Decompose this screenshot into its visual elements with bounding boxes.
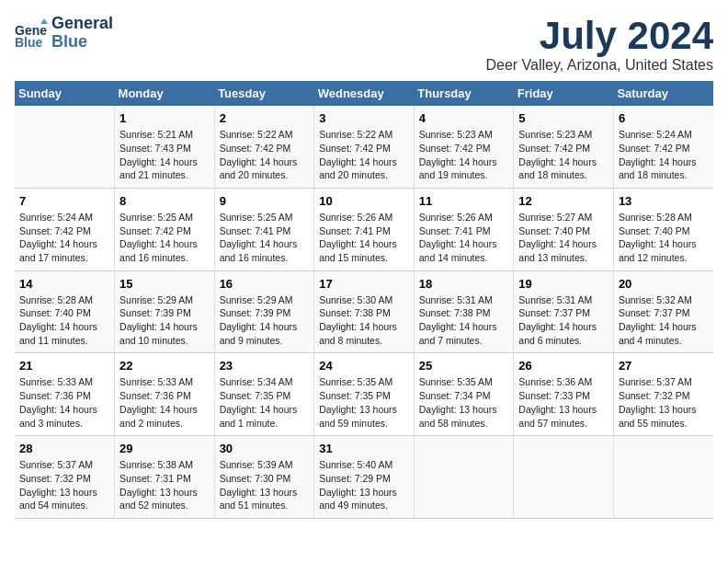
logo-text: General Blue: [51, 15, 113, 52]
cell-info: Sunrise: 5:26 AMSunset: 7:41 PMDaylight:…: [319, 212, 397, 263]
day-num: 27: [619, 359, 709, 373]
title-section: July 2024 Deer Valley, Arizona, United S…: [485, 15, 713, 74]
week-row-3: 21Sunrise: 5:33 AMSunset: 7:36 PMDayligh…: [15, 353, 713, 436]
day-num: 13: [619, 194, 709, 208]
day-num: 10: [319, 194, 409, 208]
cell-1-5: 12Sunrise: 5:27 AMSunset: 7:40 PMDayligh…: [514, 188, 614, 270]
cell-info: Sunrise: 5:24 AMSunset: 7:42 PMDaylight:…: [19, 212, 97, 263]
header-wednesday: Wednesday: [314, 81, 415, 106]
week-row-1: 7Sunrise: 5:24 AMSunset: 7:42 PMDaylight…: [15, 188, 713, 270]
cell-4-6: [613, 436, 713, 519]
cell-0-3: 3Sunrise: 5:22 AMSunset: 7:42 PMDaylight…: [314, 106, 415, 188]
day-num: 18: [419, 277, 509, 291]
day-num: 14: [19, 277, 109, 291]
month-title: July 2024: [485, 15, 713, 57]
day-num: 6: [619, 111, 709, 125]
cell-2-0: 14Sunrise: 5:28 AMSunset: 7:40 PMDayligh…: [15, 270, 115, 353]
cell-info: Sunrise: 5:25 AMSunset: 7:41 PMDaylight:…: [220, 212, 298, 263]
cell-0-5: 5Sunrise: 5:23 AMSunset: 7:42 PMDaylight…: [514, 106, 614, 188]
cell-info: Sunrise: 5:35 AMSunset: 7:34 PMDaylight:…: [419, 376, 497, 428]
week-row-4: 28Sunrise: 5:37 AMSunset: 7:32 PMDayligh…: [15, 436, 713, 519]
cell-4-3: 31Sunrise: 5:40 AMSunset: 7:29 PMDayligh…: [314, 436, 415, 519]
cell-1-4: 11Sunrise: 5:26 AMSunset: 7:41 PMDayligh…: [414, 188, 514, 270]
day-num: 17: [319, 277, 409, 291]
cell-2-1: 15Sunrise: 5:29 AMSunset: 7:39 PMDayligh…: [115, 270, 215, 353]
cell-info: Sunrise: 5:29 AMSunset: 7:39 PMDaylight:…: [119, 294, 198, 346]
cell-info: Sunrise: 5:25 AMSunset: 7:42 PMDaylight:…: [119, 212, 198, 263]
cell-info: Sunrise: 5:28 AMSunset: 7:40 PMDaylight:…: [19, 294, 97, 346]
cell-info: Sunrise: 5:37 AMSunset: 7:32 PMDaylight:…: [619, 376, 697, 428]
header-row: Sunday Monday Tuesday Wednesday Thursday…: [15, 81, 713, 106]
day-num: 11: [419, 194, 509, 208]
day-num: 4: [419, 111, 509, 125]
day-num: 20: [619, 277, 709, 291]
svg-text:Blue: Blue: [15, 35, 43, 50]
cell-2-6: 20Sunrise: 5:32 AMSunset: 7:37 PMDayligh…: [613, 270, 713, 353]
day-num: 3: [319, 111, 409, 125]
day-num: 30: [220, 442, 310, 455]
cell-3-5: 26Sunrise: 5:36 AMSunset: 7:33 PMDayligh…: [514, 353, 614, 436]
header: General Blue General Blue July 2024 Deer…: [15, 15, 713, 74]
cell-0-0: [15, 106, 115, 188]
day-num: 9: [220, 194, 310, 208]
cell-info: Sunrise: 5:26 AMSunset: 7:41 PMDaylight:…: [419, 212, 497, 263]
header-saturday: Saturday: [613, 81, 713, 106]
logo-line1: General: [51, 15, 113, 33]
cell-info: Sunrise: 5:21 AMSunset: 7:43 PMDaylight:…: [119, 129, 198, 180]
day-num: 24: [319, 359, 409, 373]
cell-info: Sunrise: 5:31 AMSunset: 7:37 PMDaylight:…: [518, 294, 597, 346]
cell-1-0: 7Sunrise: 5:24 AMSunset: 7:42 PMDaylight…: [15, 188, 115, 270]
cell-2-2: 16Sunrise: 5:29 AMSunset: 7:39 PMDayligh…: [214, 270, 314, 353]
cell-info: Sunrise: 5:38 AMSunset: 7:31 PMDaylight:…: [119, 459, 198, 511]
week-row-2: 14Sunrise: 5:28 AMSunset: 7:40 PMDayligh…: [15, 270, 713, 353]
cell-3-1: 22Sunrise: 5:33 AMSunset: 7:36 PMDayligh…: [115, 353, 215, 436]
cell-info: Sunrise: 5:35 AMSunset: 7:35 PMDaylight:…: [319, 376, 397, 428]
cell-3-2: 23Sunrise: 5:34 AMSunset: 7:35 PMDayligh…: [214, 353, 314, 436]
cell-info: Sunrise: 5:34 AMSunset: 7:35 PMDaylight:…: [220, 376, 298, 428]
cell-info: Sunrise: 5:33 AMSunset: 7:36 PMDaylight:…: [119, 376, 198, 428]
cell-3-3: 24Sunrise: 5:35 AMSunset: 7:35 PMDayligh…: [314, 353, 415, 436]
cell-3-6: 27Sunrise: 5:37 AMSunset: 7:32 PMDayligh…: [613, 353, 713, 436]
cell-4-1: 29Sunrise: 5:38 AMSunset: 7:31 PMDayligh…: [115, 436, 215, 519]
header-thursday: Thursday: [414, 81, 514, 106]
day-num: 8: [119, 194, 210, 208]
day-num: 15: [119, 277, 210, 291]
cell-3-0: 21Sunrise: 5:33 AMSunset: 7:36 PMDayligh…: [15, 353, 115, 436]
cell-info: Sunrise: 5:23 AMSunset: 7:42 PMDaylight:…: [518, 129, 597, 180]
cell-info: Sunrise: 5:27 AMSunset: 7:40 PMDaylight:…: [518, 212, 597, 263]
day-num: 12: [518, 194, 609, 208]
day-num: 22: [119, 359, 210, 373]
cell-info: Sunrise: 5:36 AMSunset: 7:33 PMDaylight:…: [518, 376, 597, 428]
logo: General Blue General Blue: [15, 15, 113, 52]
day-num: 29: [119, 442, 210, 455]
day-num: 21: [19, 359, 109, 373]
header-friday: Friday: [514, 81, 614, 106]
day-num: 31: [319, 442, 409, 455]
cell-info: Sunrise: 5:32 AMSunset: 7:37 PMDaylight:…: [619, 294, 697, 346]
cell-4-4: [414, 436, 514, 519]
cell-info: Sunrise: 5:39 AMSunset: 7:30 PMDaylight:…: [220, 459, 298, 511]
day-num: 7: [19, 194, 109, 208]
cell-info: Sunrise: 5:22 AMSunset: 7:42 PMDaylight:…: [319, 129, 397, 180]
day-num: 23: [220, 359, 310, 373]
cell-1-1: 8Sunrise: 5:25 AMSunset: 7:42 PMDaylight…: [115, 188, 215, 270]
header-monday: Monday: [115, 81, 215, 106]
cell-info: Sunrise: 5:37 AMSunset: 7:32 PMDaylight:…: [19, 459, 97, 511]
cell-info: Sunrise: 5:33 AMSunset: 7:36 PMDaylight:…: [19, 376, 97, 428]
logo-line2: Blue: [51, 33, 113, 52]
day-num: 26: [518, 359, 609, 373]
cell-info: Sunrise: 5:40 AMSunset: 7:29 PMDaylight:…: [319, 459, 397, 511]
location-title: Deer Valley, Arizona, United States: [485, 57, 713, 74]
cell-0-6: 6Sunrise: 5:24 AMSunset: 7:42 PMDaylight…: [613, 106, 713, 188]
cell-2-5: 19Sunrise: 5:31 AMSunset: 7:37 PMDayligh…: [514, 270, 614, 353]
cell-4-0: 28Sunrise: 5:37 AMSunset: 7:32 PMDayligh…: [15, 436, 115, 519]
header-tuesday: Tuesday: [214, 81, 314, 106]
cell-info: Sunrise: 5:22 AMSunset: 7:42 PMDaylight:…: [220, 129, 298, 180]
cell-4-2: 30Sunrise: 5:39 AMSunset: 7:30 PMDayligh…: [214, 436, 314, 519]
logo-icon: General Blue: [15, 17, 48, 50]
cell-2-3: 17Sunrise: 5:30 AMSunset: 7:38 PMDayligh…: [314, 270, 415, 353]
cell-info: Sunrise: 5:29 AMSunset: 7:39 PMDaylight:…: [220, 294, 298, 346]
cell-info: Sunrise: 5:24 AMSunset: 7:42 PMDaylight:…: [619, 129, 697, 180]
day-num: 25: [419, 359, 509, 373]
cell-3-4: 25Sunrise: 5:35 AMSunset: 7:34 PMDayligh…: [414, 353, 514, 436]
